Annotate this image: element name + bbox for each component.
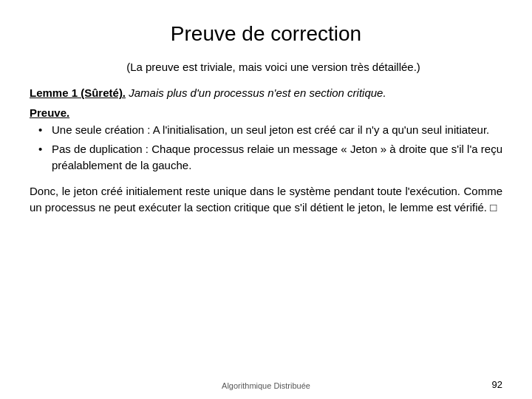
bullet-text-1: Une seule création : A l'initialisation,… [52, 123, 489, 136]
lemma-line: Lemme 1 (Sûreté). Jamais plus d'un proce… [30, 85, 502, 100]
conclusion-block: Donc, le jeton créé initialement reste u… [30, 183, 502, 216]
bullet-item-1: Une seule création : A l'initialisation,… [30, 122, 502, 138]
bullet-item-2: Pas de duplication : Chaque processus re… [30, 141, 502, 174]
slide-container: Preuve de correction (La preuve est triv… [0, 0, 532, 399]
footer-page-number: 92 [492, 379, 502, 390]
subtitle-note: (La preuve est triviale, mais voici une … [30, 61, 502, 73]
slide-title: Preuve de correction [30, 22, 502, 46]
bullet-text-2: Pas de duplication : Chaque processus re… [52, 143, 502, 171]
lemma-label: Lemme 1 (Sûreté). [30, 86, 126, 99]
bullet-list: Une seule création : A l'initialisation,… [30, 122, 502, 176]
preuve-label: Preuve. [30, 106, 502, 119]
footer-center-label: Algorithmique Distribuée [222, 381, 310, 390]
lemma-text: Jamais plus d'un processus n'est en sect… [129, 86, 386, 99]
